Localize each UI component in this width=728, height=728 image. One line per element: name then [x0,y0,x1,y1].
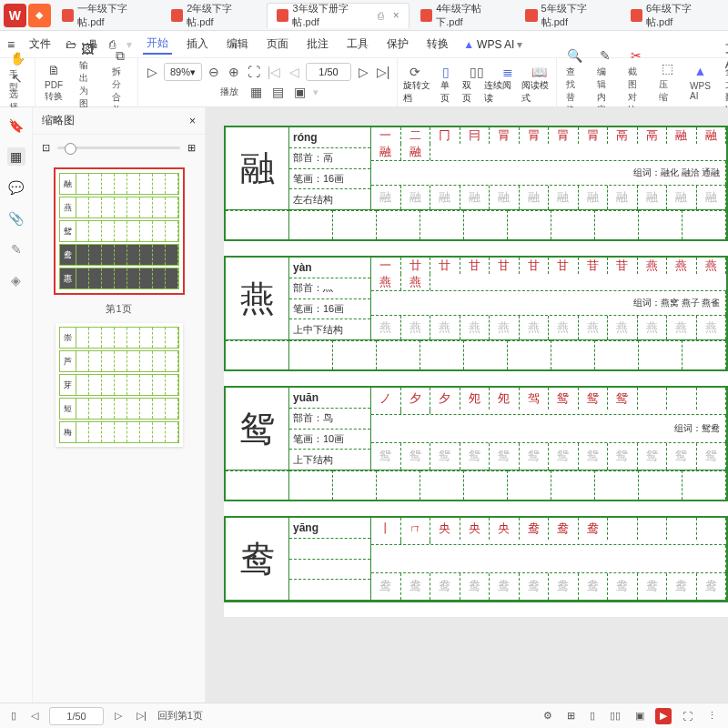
fullscreen-icon[interactable]: ⛶ [679,709,696,723]
view-mode-2-icon[interactable]: ▯ [586,708,599,723]
cursor-icon: ↖ [9,70,25,86]
thumbnail-zoom-slider[interactable] [57,147,180,149]
comment-icon[interactable]: 💬 [7,178,25,197]
menu-start[interactable]: 开始 [143,34,172,55]
thumbnail-title: 缩略图 [42,113,75,128]
view-icon[interactable]: ▣ [291,84,308,100]
fit-icon[interactable]: ⛶ [246,64,262,80]
sidebar-toggle-icon[interactable]: ▯ [7,708,20,723]
zoom-in-icon[interactable]: ⊕ [226,64,242,80]
tab-pin-icon[interactable]: ⎙ [378,10,384,21]
wps-ai-button[interactable]: ▲WPS AI [686,61,714,103]
wps-logo[interactable]: W [4,4,26,27]
tab-5[interactable]: 5年级下字帖.pdf [516,3,619,28]
wps-ai-menu[interactable]: ▲WPS AI▾ [463,38,522,51]
close-panel-icon[interactable]: × [189,115,196,127]
compress-icon: ⬚ [659,60,675,76]
character-glyph: 融 [226,127,289,209]
footer-page-input[interactable]: 1/50 [49,707,104,725]
double-label: 双页 [462,79,477,105]
view-mode-3-icon[interactable]: ▯▯ [606,708,624,723]
last-page-icon[interactable]: ▷| [375,64,391,80]
hand-icon: ✋ [9,50,25,66]
read-mode-label: 阅读模式 [521,79,551,105]
zoom-input[interactable]: 89% ▾ [164,63,202,81]
more-icon[interactable]: ⋮ [703,708,721,723]
first-page-icon[interactable]: |◁ [266,64,282,80]
signature-icon[interactable]: ✎ [7,240,25,258]
left-sidebar: 🔖 ▦ 💬 📎 ✎ ◈ [0,107,33,703]
thumbnail-shrink-icon[interactable]: ⊡ [42,142,50,154]
rotate-label: 旋转文档 [403,79,433,105]
pdf-convert-button[interactable]: 🗎PDF转换 [41,60,66,105]
character-glyph: 燕 [226,258,289,339]
search-icon: 🔍 [566,47,582,64]
play-button[interactable]: ▶ [655,708,672,724]
single-page-icon: ▯ [438,64,454,80]
play-icon[interactable]: ▷ [144,64,160,80]
pdf-icon [525,9,537,22]
back-to-page1[interactable]: 回到第1页 [157,709,203,723]
zoom-out-icon[interactable]: ⊖ [206,64,222,80]
list-icon[interactable]: ▤ [269,84,286,100]
ai-icon: ▲ [692,63,708,79]
bookmark-icon[interactable]: 🔖 [7,116,25,135]
next-icon[interactable]: ▷ [111,708,126,723]
thumbnails-icon[interactable]: ▦ [7,147,25,166]
tab-3[interactable]: 3年级下册字帖.pdf⎙× [267,3,410,28]
menu-annotate[interactable]: 批注 [303,35,332,54]
next-page-icon[interactable]: ▷ [355,64,371,80]
settings-icon[interactable]: ⚙ [540,708,556,723]
pdf-icon [420,9,432,22]
thumbnail-page-2[interactable]: 崇 芦 芽 短 梅 [56,323,183,447]
page-input[interactable]: 1/50 [306,63,351,81]
layers-icon[interactable]: ◈ [7,271,25,289]
continuous-icon: ≣ [500,64,516,80]
tab-1[interactable]: 一年级下字帖.pdf [53,3,160,28]
prev-icon[interactable]: ◁ [27,708,42,723]
tab-4[interactable]: 4年级字帖下.pdf [411,3,514,28]
char-info: yàn部首：灬笔画：16画上中下结构 [289,258,371,339]
menu-protect[interactable]: 保护 [383,35,412,54]
pdf-icon [277,9,288,22]
thumbnail-panel: 缩略图 × ⊡ ⊞ 融 燕 鸳 鸯 惠 第1页 崇 芦 芽 短 梅 [33,107,206,703]
prev-page-icon[interactable]: ◁ [286,64,302,80]
tab-2[interactable]: 2年级下字帖.pdf [162,3,265,28]
tab-6[interactable]: 6年级下字帖.pdf [622,3,724,28]
convert-icon: 🗎 [46,62,62,78]
compress-button[interactable]: ⬚压缩 [655,58,679,106]
status-bar: ▯ ◁ 1/50 ▷ ▷| 回到第1页 ⚙ ⊞ ▯ ▯▯ ▣ ▶ ⛶ ⋮ [0,703,728,728]
playback-button[interactable]: 播放 [217,84,242,100]
char-block: 融róng部首：鬲笔画：16画左右结构一二冂冃冐冐冐冐鬲鬲融融融融组词：融化 融… [224,126,728,241]
grid-icon[interactable]: ▦ [248,84,264,100]
main-area: 🔖 ▦ 💬 📎 ✎ ◈ 缩略图 × ⊡ ⊞ 融 燕 鸳 鸯 惠 第1页 崇 [0,107,728,703]
view-mode-1-icon[interactable]: ⊞ [563,708,579,723]
page-content: 融róng部首：鬲笔画：16画左右结构一二冂冃冐冐冐冐鬲鬲融融融融组词：融化 融… [224,126,728,617]
pdf-viewer[interactable]: 融róng部首：鬲笔画：16画左右结构一二冂冃冐冐冐冐鬲鬲融融融融组词：融化 融… [206,107,728,703]
menu-insert[interactable]: 插入 [183,35,212,54]
document-tabs: W ◆ 一年级下字帖.pdf 2年级下字帖.pdf 3年级下册字帖.pdf⎙× … [0,0,728,31]
menu-page[interactable]: 页面 [263,35,292,54]
char-info: yāng [289,518,371,600]
continuous-label: 连续阅读 [484,79,514,105]
character-glyph: 鸳 [226,388,289,470]
thumbnail-page-1[interactable]: 融 燕 鸳 鸯 惠 [56,169,183,293]
char-info: róng部首：鬲笔画：16画左右结构 [289,127,371,209]
home-tab[interactable]: ◆ [28,4,51,27]
view-mode-4-icon[interactable]: ▣ [632,708,648,723]
close-icon[interactable]: × [393,9,399,22]
double-page-icon: ▯▯ [469,64,485,80]
attachment-icon[interactable]: 📎 [7,209,25,228]
menu-file[interactable]: 文件 [25,35,55,54]
menu-tools[interactable]: 工具 [343,35,372,54]
rotate-icon: ⟳ [407,64,423,80]
single-label: 单页 [440,79,455,105]
menu-convert[interactable]: 转换 [423,35,452,54]
last-icon[interactable]: ▷| [133,708,150,723]
pdf-icon [62,9,74,22]
image-icon: 🖼 [79,41,96,57]
pdf-icon [631,9,642,22]
thumbnail-expand-icon[interactable]: ⊞ [187,142,196,154]
menu-edit[interactable]: 编辑 [223,35,252,54]
pdf-icon [171,9,183,22]
